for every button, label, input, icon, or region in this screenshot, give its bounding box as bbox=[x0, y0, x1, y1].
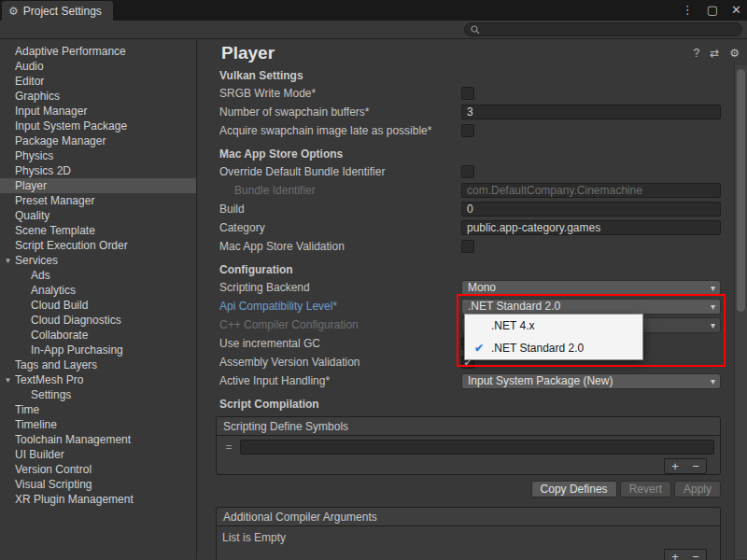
sidebar-item[interactable]: Ads bbox=[0, 268, 196, 283]
help-icon[interactable]: ? bbox=[693, 47, 699, 60]
define-symbol-row: = bbox=[217, 436, 720, 458]
option-label: .NET Standard 2.0 bbox=[491, 342, 584, 355]
setting-label: Bundle Identifier bbox=[197, 184, 461, 197]
sidebar-item[interactable]: Graphics bbox=[0, 89, 196, 104]
sidebar-item-label: Graphics bbox=[15, 90, 60, 103]
player-settings-panel: Player ? ⇄ ⚙ Vulkan Settings SRGB Write … bbox=[197, 39, 747, 559]
sidebar-item[interactable]: Player bbox=[0, 178, 196, 193]
add-define-button[interactable]: + bbox=[665, 459, 685, 473]
sidebar-item[interactable]: Quality bbox=[0, 208, 196, 223]
api-compatibility-dropdown[interactable]: .NET Standard 2.0 ▾ bbox=[461, 299, 721, 315]
sidebar-item[interactable]: UI Builder bbox=[0, 447, 196, 462]
dropdown-option-net4x[interactable]: .NET 4.x bbox=[465, 315, 642, 337]
sidebar-item[interactable]: In-App Purchasing bbox=[0, 343, 196, 357]
setting-label: Build bbox=[197, 203, 461, 216]
sidebar-item[interactable]: Script Execution Order bbox=[0, 238, 196, 253]
sidebar-item-label: Physics bbox=[15, 149, 53, 162]
sidebar-item[interactable]: ▼ TextMesh Pro bbox=[0, 372, 196, 387]
listbox-footer: + − bbox=[217, 549, 720, 560]
active-input-handling-dropdown[interactable]: Input System Package (New) ▾ bbox=[461, 373, 721, 389]
sidebar-item[interactable]: Analytics bbox=[0, 283, 196, 298]
search-box[interactable] bbox=[464, 22, 742, 36]
override-bundle-id-checkbox[interactable] bbox=[461, 165, 474, 178]
remove-argument-button[interactable]: − bbox=[685, 550, 706, 560]
sidebar-item[interactable]: Cloud Build bbox=[0, 298, 196, 313]
setting-row: Active Input Handling* Input System Pack… bbox=[197, 371, 734, 390]
sidebar-item[interactable]: XR Plugin Management bbox=[0, 492, 196, 507]
mac-app-store-validation-checkbox[interactable] bbox=[461, 240, 474, 253]
sidebar-item[interactable]: Time bbox=[0, 402, 196, 417]
sidebar-item-label: Input Manager bbox=[15, 105, 87, 118]
sidebar-item[interactable]: Collaborate bbox=[0, 328, 196, 343]
close-icon[interactable]: ✕ bbox=[731, 3, 741, 18]
build-field[interactable] bbox=[461, 202, 721, 217]
panel-header-icons: ? ⇄ ⚙ bbox=[693, 47, 740, 60]
setting-row: Api Compatibility Level* .NET Standard 2… bbox=[197, 297, 734, 315]
sidebar-item[interactable]: Version Control bbox=[0, 462, 196, 477]
setting-label: Assembly Version Validation bbox=[197, 356, 461, 369]
setting-row: Override Default Bundle Identifier bbox=[197, 162, 734, 181]
setting-label: Override Default Bundle Identifier bbox=[197, 165, 461, 178]
sidebar-item[interactable]: Package Manager bbox=[0, 133, 196, 148]
sidebar-item-label: Preset Manager bbox=[15, 194, 94, 207]
vertical-scrollbar[interactable] bbox=[734, 65, 747, 559]
sidebar-item[interactable]: Scene Template bbox=[0, 223, 196, 238]
setting-row: Scripting Backend Mono ▾ bbox=[197, 278, 734, 297]
swapchain-buffers-field[interactable] bbox=[461, 105, 721, 119]
sidebar-item-label: Visual Scripting bbox=[15, 478, 92, 491]
dropdown-option-net-standard-20[interactable]: ✔ .NET Standard 2.0 bbox=[465, 337, 642, 359]
sidebar-item-label: Input System Package bbox=[15, 119, 127, 133]
sidebar-item[interactable]: Physics 2D bbox=[0, 163, 196, 178]
sidebar-item-label: Cloud Build bbox=[31, 299, 88, 312]
foldout-icon[interactable]: ▼ bbox=[3, 376, 13, 385]
listbox-header: Scripting Define Symbols bbox=[217, 417, 720, 436]
scripting-backend-dropdown[interactable]: Mono ▾ bbox=[461, 280, 721, 296]
section-header-vulkan: Vulkan Settings bbox=[197, 67, 734, 84]
drag-handle-icon[interactable]: = bbox=[222, 441, 235, 454]
sidebar-item-label: Package Manager bbox=[15, 134, 106, 147]
sidebar-item[interactable]: Visual Scripting bbox=[0, 477, 196, 492]
add-argument-button[interactable]: + bbox=[665, 550, 685, 560]
apply-button: Apply bbox=[674, 481, 721, 497]
kebab-menu-icon[interactable]: ⋮ bbox=[682, 3, 694, 18]
sidebar-item-label: Tags and Layers bbox=[15, 358, 97, 371]
sidebar-item[interactable]: Timeline bbox=[0, 417, 196, 432]
sidebar-item[interactable]: Input Manager bbox=[0, 104, 196, 119]
sidebar-item[interactable]: Input System Package bbox=[0, 119, 196, 133]
copy-defines-button[interactable]: Copy Defines bbox=[531, 481, 617, 497]
listbox-header: Additional Compiler Arguments bbox=[217, 508, 720, 526]
maximize-icon[interactable]: ▢ bbox=[707, 3, 718, 18]
category-field[interactable] bbox=[461, 220, 721, 235]
sidebar-item[interactable]: Editor bbox=[0, 74, 196, 89]
tab-project-settings[interactable]: ⚙ Project Settings bbox=[2, 1, 113, 21]
sidebar-item[interactable]: Audio bbox=[0, 59, 196, 74]
sidebar-item[interactable]: Settings bbox=[0, 387, 196, 402]
setting-label: Scripting Backend bbox=[197, 281, 461, 294]
sidebar-item-label: Quality bbox=[15, 209, 49, 222]
sidebar-item[interactable]: Toolchain Management bbox=[0, 432, 196, 447]
sidebar-item[interactable]: Adaptive Performance bbox=[0, 44, 196, 59]
sidebar-item[interactable]: Preset Manager bbox=[0, 193, 196, 208]
presets-icon[interactable]: ⇄ bbox=[710, 47, 719, 60]
acquire-swapchain-late-checkbox[interactable] bbox=[461, 124, 474, 137]
sidebar-item[interactable]: Physics bbox=[0, 148, 196, 163]
foldout-icon[interactable]: ▼ bbox=[3, 257, 13, 265]
chevron-down-icon: ▾ bbox=[711, 281, 715, 295]
sidebar-item[interactable]: Tags and Layers bbox=[0, 357, 196, 372]
scrollbar-thumb[interactable] bbox=[737, 69, 745, 312]
empty-list-label: List is Empty bbox=[222, 531, 286, 544]
sidebar-item[interactable]: Cloud Diagnostics bbox=[0, 313, 196, 328]
define-symbol-input[interactable] bbox=[240, 440, 714, 455]
sidebar-item-label: Physics 2D bbox=[15, 164, 71, 177]
option-label: .NET 4.x bbox=[491, 319, 534, 332]
sidebar-item-label: Version Control bbox=[15, 463, 92, 476]
remove-define-button[interactable]: − bbox=[685, 459, 706, 473]
gear-icon[interactable]: ⚙ bbox=[729, 47, 740, 60]
dropdown-value: .NET Standard 2.0 bbox=[468, 300, 560, 313]
search-input[interactable] bbox=[484, 23, 736, 36]
setting-label: Category bbox=[197, 221, 461, 234]
sidebar-item[interactable]: ▼ Services bbox=[0, 253, 196, 268]
gear-icon: ⚙ bbox=[8, 5, 19, 18]
srgb-write-mode-checkbox[interactable] bbox=[461, 87, 474, 100]
toolbar bbox=[0, 21, 747, 39]
